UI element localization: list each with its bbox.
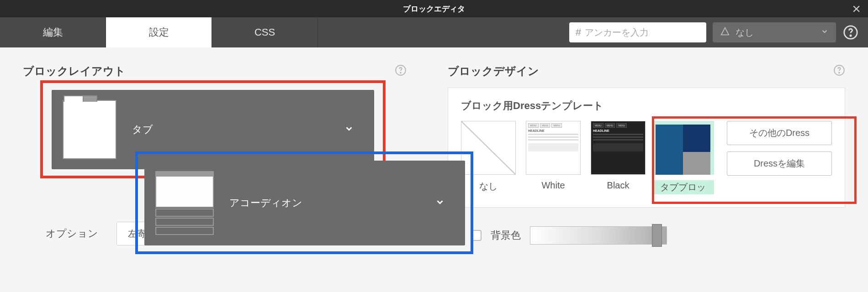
anchor-input[interactable] bbox=[585, 27, 700, 38]
theme-select[interactable]: なし bbox=[713, 22, 836, 42]
dress-template-white[interactable]: MENUMENUMENU HEADLINE White bbox=[526, 121, 581, 191]
help-icon[interactable] bbox=[833, 64, 845, 78]
block-layout-title: ブロックレイアウト bbox=[23, 64, 126, 78]
highlight-red bbox=[652, 116, 857, 204]
bgcolor-label: 背景色 bbox=[491, 229, 521, 242]
left-section-header: ブロックレイアウト bbox=[23, 64, 407, 78]
template-white-icon: MENUMENUMENU HEADLINE bbox=[526, 121, 581, 175]
close-icon[interactable]: × bbox=[852, 1, 861, 16]
help-icon[interactable] bbox=[842, 24, 859, 41]
bgcolor-slider[interactable] bbox=[530, 226, 667, 245]
dress-row: なし MENUMENUMENU HEADLINE White MENUMENUM… bbox=[461, 121, 832, 194]
highlight-blue bbox=[135, 151, 473, 254]
dress-template-black[interactable]: MENUMENUMENU HEADLINE Black bbox=[591, 121, 646, 191]
theme-select-value: なし bbox=[736, 26, 754, 39]
main: ブロックレイアウト タブ アコーディオン bbox=[0, 47, 868, 292]
svg-point-5 bbox=[839, 73, 840, 73]
chevron-down-icon bbox=[820, 27, 829, 38]
triangle-icon bbox=[720, 26, 730, 39]
layout-label-tab: タブ bbox=[132, 123, 328, 136]
tab-edit[interactable]: 編集 bbox=[0, 17, 106, 47]
hash-icon: # bbox=[576, 26, 581, 38]
slider-handle[interactable] bbox=[652, 224, 662, 247]
tab-css[interactable]: CSS bbox=[212, 17, 318, 47]
left-column: ブロックレイアウト タブ アコーディオン bbox=[0, 47, 429, 292]
anchor-input-wrap: # bbox=[569, 22, 706, 42]
tab-settings[interactable]: 設定 bbox=[106, 17, 212, 47]
template-black-icon: MENUMENUMENU HEADLINE bbox=[591, 121, 646, 175]
options-label: オプション bbox=[46, 227, 98, 240]
toolbar: 編集 設定 CSS # なし bbox=[0, 17, 868, 47]
tab-thumb-icon bbox=[63, 100, 116, 159]
right-column: ブロックデザイン ブロック用Dressテンプレート なし MENUMENUMEN… bbox=[429, 47, 868, 292]
dress-panel: ブロック用Dressテンプレート なし MENUMENUMENU HEADLIN… bbox=[448, 88, 845, 208]
svg-point-1 bbox=[850, 35, 851, 36]
template-label-white: White bbox=[541, 180, 565, 191]
window-title: ブロックエディタ bbox=[403, 4, 465, 14]
right-section-header: ブロックデザイン bbox=[448, 64, 845, 78]
dress-template-title: ブロック用Dressテンプレート bbox=[461, 99, 832, 113]
svg-point-3 bbox=[400, 73, 401, 73]
help-icon[interactable] bbox=[395, 64, 407, 78]
title-bar: ブロックエディタ × bbox=[0, 0, 868, 17]
block-design-title: ブロックデザイン bbox=[448, 64, 539, 78]
template-label-black: Black bbox=[607, 180, 630, 191]
toolbar-right: # なし bbox=[569, 17, 859, 47]
options-right: 背景色 bbox=[471, 226, 667, 245]
template-label-none: なし bbox=[479, 180, 498, 193]
chevron-down-icon bbox=[344, 124, 363, 136]
